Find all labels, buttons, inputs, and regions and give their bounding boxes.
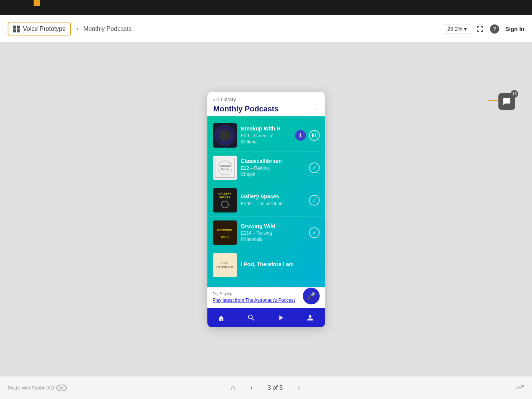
podcast-thumb-breakup <box>213 123 237 148</box>
comment-dash <box>488 100 498 101</box>
help-button[interactable]: ? <box>490 24 499 34</box>
gallery-thumb-text: GALLERYSPACES <box>218 192 231 199</box>
check-icon: ✓ <box>309 227 320 238</box>
nav-profile-icon[interactable] <box>306 314 314 322</box>
list-item[interactable]: Classicallibrium Classicallibrium E22 – … <box>207 152 325 184</box>
list-item[interactable]: Breakup With H E09 – Career n'Girltime 1 <box>207 119 325 152</box>
mic-button[interactable]: 🎤 <box>303 288 320 304</box>
number-badge: 1 <box>295 130 306 141</box>
adobe-logo: XD <box>56 385 67 391</box>
back-arrow-icon: ‹ <box>213 97 215 102</box>
list-item[interactable]: GROWINGWILD Growing Wild E214 – RaisingM… <box>207 217 325 249</box>
signin-button[interactable]: Sign In <box>505 26 524 32</box>
gallery-dot <box>221 201 229 208</box>
podcast-name: Gallery Spaces <box>241 193 305 200</box>
header-left: Voice Prototype > Monthly Podcasts <box>8 23 444 35</box>
voice-area: Try Saying: Play latest from The Astrona… <box>207 287 325 308</box>
chevron-down-icon: ▾ <box>464 26 467 32</box>
podcast-info: I Pod, Therefore I am <box>241 261 320 269</box>
canvas-area: ‹ < Library Monthly Podcasts ··· Breakup… <box>0 43 532 376</box>
podcast-action: ✓ <box>309 162 320 173</box>
podcast-episode: E192 – The art of art <box>241 201 305 207</box>
device-nav: ‹ < Library <box>213 97 319 102</box>
device-nav-bar <box>207 308 325 327</box>
home-button[interactable]: ⌂ <box>227 382 239 394</box>
comments-count: 13 <box>511 90 518 98</box>
podcast-name: Classicallibrium <box>241 158 305 164</box>
podcast-episode: E22 – RethinkChopin <box>241 166 305 177</box>
top-bar <box>0 0 532 15</box>
growing-thumb-text: GROWINGWILD <box>217 228 233 239</box>
library-link[interactable]: < Library <box>217 97 236 102</box>
device-page-title: Monthly Podcasts <box>213 105 279 113</box>
header-right: 29.2% ▾ ? Sign In <box>444 24 524 34</box>
classical-thumb-inner: Classicallibrium <box>215 158 235 178</box>
podcast-thumb-gallery: GALLERYSPACES <box>213 188 237 212</box>
grid-icon <box>13 26 20 32</box>
project-name: Voice Prototype <box>23 26 66 32</box>
pause-icon[interactable] <box>309 130 320 141</box>
podcast-thumb-ipod: I Pod,Therefore I Am <box>213 253 237 277</box>
podcast-action: 1 <box>295 130 320 141</box>
device-header: ‹ < Library Monthly Podcasts ··· <box>207 92 325 116</box>
podcast-list: Breakup With H E09 – Career n'Girltime 1 <box>207 116 325 308</box>
list-item[interactable]: I Pod,Therefore I Am I Pod, Therefore I … <box>207 249 325 282</box>
podcast-name: I Pod, Therefore I am <box>241 261 320 267</box>
podcast-info: Gallery Spaces E192 – The art of art <box>241 193 305 207</box>
podcast-action: ✓ <box>309 195 320 206</box>
prev-button[interactable]: ‹ <box>246 382 258 394</box>
podcast-info: Growing Wild E214 – RaisingMillennials <box>241 223 305 242</box>
zoom-selector[interactable]: 29.2% ▾ <box>444 24 470 34</box>
top-bar-indicator <box>34 0 40 6</box>
podcast-info: Breakup With H E09 – Career n'Girltime <box>241 125 291 145</box>
nav-controls: ⌂ ‹ 3 of 5 › <box>227 382 305 394</box>
nav-home-icon[interactable] <box>218 314 226 322</box>
page-indicator: 3 of 5 <box>264 385 287 391</box>
adobe-watermark <box>515 383 524 393</box>
breadcrumb-separator: > <box>76 26 79 32</box>
podcast-name: Breakup With H <box>241 125 291 132</box>
pause-bar-2 <box>315 134 316 137</box>
classical-thumb-text: Classicallibrium <box>219 164 230 171</box>
next-button[interactable]: › <box>293 382 305 394</box>
mic-icon: 🎤 <box>307 292 315 300</box>
breadcrumb-current: Monthly Podcasts <box>83 26 131 32</box>
podcast-thumb-classical: Classicallibrium <box>213 156 237 180</box>
check-icon: ✓ <box>309 195 320 206</box>
bottom-bar: Made with Adobe XD XD ⌂ ‹ 3 of 5 › <box>0 376 532 399</box>
svg-text:XD: XD <box>59 386 64 390</box>
expand-button[interactable] <box>476 25 484 33</box>
made-with: Made with Adobe XD XD <box>8 385 67 391</box>
list-item[interactable]: GALLERYSPACES Gallery Spaces E192 – The … <box>207 184 325 217</box>
comments-button[interactable]: 13 <box>498 93 515 110</box>
check-icon: ✓ <box>309 162 320 173</box>
podcast-info: Classicallibrium E22 – RethinkChopin <box>241 158 305 177</box>
podcast-action: ✓ <box>309 227 320 238</box>
podcast-thumb-growing: GROWINGWILD <box>213 220 237 245</box>
zoom-value: 29.2% <box>447 26 462 32</box>
project-selector[interactable]: Voice Prototype <box>8 23 71 35</box>
podcast-name: Growing Wild <box>241 223 305 229</box>
pause-bar-1 <box>312 134 314 137</box>
header: Voice Prototype > Monthly Podcasts 29.2%… <box>0 15 532 43</box>
podcast-episode: E214 – RaisingMillennials <box>241 230 305 242</box>
made-with-text: Made with Adobe XD <box>8 385 54 391</box>
nav-search-icon[interactable] <box>247 314 255 322</box>
ipod-thumb-text: I Pod,Therefore I Am <box>216 261 233 268</box>
device-title-row: Monthly Podcasts ··· <box>213 105 319 113</box>
nav-play-icon[interactable] <box>277 314 285 322</box>
dots-menu[interactable]: ··· <box>313 105 319 113</box>
device-mockup: ‹ < Library Monthly Podcasts ··· Breakup… <box>207 92 325 327</box>
podcast-episode: E09 – Career n'Girltime <box>241 133 291 145</box>
